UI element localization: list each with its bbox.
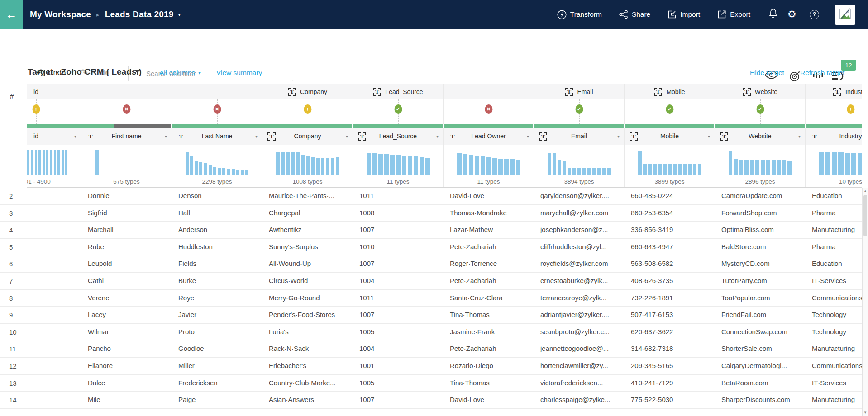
table-cell[interactable]: Rube <box>81 239 172 255</box>
breadcrumb-workspace[interactable]: My Workspace <box>30 9 91 19</box>
table-cell[interactable]: Merry-Go-Round <box>262 290 353 307</box>
target-column-header[interactable] <box>81 84 172 99</box>
table-cell[interactable]: IT·Services <box>806 273 862 289</box>
dataset-caret-icon[interactable]: ▾ <box>178 12 181 18</box>
table-cell[interactable]: 1007 <box>353 222 444 238</box>
table-cell[interactable]: 732-226-1891 <box>625 290 715 307</box>
column-menu-caret-icon[interactable]: ▾ <box>798 134 801 139</box>
column-menu-caret-icon[interactable]: ▾ <box>74 134 76 139</box>
table-cell[interactable]: Pharma <box>806 205 862 222</box>
view-summary-link[interactable]: View summary <box>216 69 262 77</box>
table-cell[interactable]: cliffrhuddleston@zyl... <box>534 239 625 255</box>
share-button[interactable]: Share <box>619 10 650 19</box>
table-cell[interactable] <box>27 375 81 392</box>
column-menu-caret-icon[interactable]: ▾ <box>708 134 710 139</box>
table-cell[interactable]: 1005 <box>353 375 444 392</box>
table-cell[interactable]: Technology <box>806 307 862 323</box>
target-column-header[interactable]: TWebsite <box>715 84 806 99</box>
table-cell[interactable]: 314-682-7318 <box>625 340 715 357</box>
target-column-header[interactable] <box>444 84 534 99</box>
table-cell[interactable]: 209-345-5165 <box>625 358 715 374</box>
column-menu-caret-icon[interactable]: ▾ <box>527 134 529 139</box>
table-cell[interactable]: Elianore <box>81 358 172 374</box>
column-histogram[interactable]: 10 types <box>806 145 862 188</box>
table-cell[interactable]: garyldenson@zylker.... <box>534 188 625 204</box>
table-row[interactable]: PanchoGoodloeRack·N·Sack1004Pete·Zachari… <box>27 340 862 358</box>
table-cell[interactable]: 775-522-5030 <box>625 392 715 408</box>
table-cell[interactable]: ShorterSale.com <box>715 340 806 357</box>
table-row[interactable]: LaceyJavierPender's·Food·Stores1007Tina·… <box>27 307 862 324</box>
table-cell[interactable]: Wilmar <box>81 324 172 340</box>
table-cell[interactable]: OptimalBliss.com <box>715 222 806 238</box>
table-cell[interactable]: Manufacturing <box>806 222 862 238</box>
all-columns-dropdown[interactable]: All columns ▾ <box>159 69 201 77</box>
table-cell[interactable]: Paige <box>172 392 262 408</box>
source-column-header[interactable]: TEmail▾ <box>534 128 625 145</box>
column-menu-caret-icon[interactable]: ▾ <box>617 134 620 139</box>
column-histogram[interactable]: 11 types <box>353 145 444 188</box>
table-cell[interactable]: Burke <box>172 273 262 289</box>
table-cell[interactable] <box>27 188 81 204</box>
scroll-down-arrow-icon[interactable]: ▼ <box>863 411 868 415</box>
table-cell[interactable]: charlesspaige@zylke... <box>534 392 625 408</box>
source-column-header[interactable]: TIndustry▾ <box>806 128 862 145</box>
table-cell[interactable]: 660-643-4947 <box>625 239 715 255</box>
mapping-status-ok-icon[interactable]: ✓ <box>575 104 583 114</box>
table-cell[interactable]: Pete·Zachariah <box>444 239 534 255</box>
column-menu-caret-icon[interactable]: ▾ <box>255 134 258 139</box>
column-menu-caret-icon[interactable]: ▾ <box>165 134 167 139</box>
table-cell[interactable]: Dulce <box>81 375 172 392</box>
mapping-status-ok-icon[interactable]: ✓ <box>394 104 402 114</box>
source-column-header[interactable]: TFirst name▾ <box>81 128 172 145</box>
column-histogram[interactable]: 2298 types <box>172 145 262 188</box>
mapping-status-warning-icon[interactable]: ! <box>32 104 40 114</box>
table-cell[interactable]: Anderson <box>172 222 262 238</box>
table-cell[interactable]: hortenciawmiller@zy... <box>534 358 625 374</box>
table-cell[interactable]: Goodloe <box>172 340 262 357</box>
mapping-status-warning-icon[interactable]: ! <box>304 104 311 114</box>
table-cell[interactable]: Education <box>806 255 862 272</box>
table-cell[interactable]: 860-253-6354 <box>625 205 715 222</box>
table-cell[interactable]: Tina·Thomas <box>444 375 534 392</box>
table-cell[interactable]: Erlebacher's <box>262 358 353 374</box>
table-cell[interactable] <box>27 392 81 408</box>
table-cell[interactable]: terrancearoye@zylk... <box>534 290 625 307</box>
table-cell[interactable]: 1004 <box>353 340 444 357</box>
table-cell[interactable]: 1001 <box>353 358 444 374</box>
column-histogram[interactable]: 1008 types <box>262 145 353 188</box>
column-histogram[interactable]: 11 types <box>444 145 534 188</box>
column-histogram[interactable]: 101 - 4900 <box>27 145 81 188</box>
column-menu-caret-icon[interactable]: ▾ <box>436 134 439 139</box>
target-column-header[interactable]: TLead_Source <box>353 84 444 99</box>
table-cell[interactable]: Javier <box>172 307 262 323</box>
column-histogram[interactable]: 3894 types <box>534 145 625 188</box>
table-cell[interactable]: Sigfrid <box>81 205 172 222</box>
table-cell[interactable]: 1007 <box>353 392 444 408</box>
table-cell[interactable]: David·Love <box>444 188 534 204</box>
source-column-header[interactable]: TMobile▾ <box>625 128 715 145</box>
table-cell[interactable] <box>27 205 81 222</box>
table-cell[interactable]: 1010 <box>353 239 444 255</box>
table-cell[interactable]: Roger·Terrence <box>444 255 534 272</box>
table-cell[interactable]: CalgaryDermatologi... <box>715 358 806 374</box>
table-cell[interactable]: Country·Club·Marke... <box>262 375 353 392</box>
back-button[interactable]: ← <box>0 0 23 29</box>
table-cell[interactable]: Donnie <box>81 188 172 204</box>
table-cell[interactable]: Leupold <box>81 255 172 272</box>
table-cell[interactable]: 1011 <box>353 188 444 204</box>
table-cell[interactable]: Communications <box>806 358 862 374</box>
notifications-button[interactable] <box>768 0 778 29</box>
table-cell[interactable]: 1005 <box>353 324 444 340</box>
table-cell[interactable]: Pete·Zachariah <box>444 273 534 289</box>
table-cell[interactable]: IT·Services <box>806 375 862 392</box>
table-cell[interactable]: Fredericksen <box>172 375 262 392</box>
table-cell[interactable]: Hall <box>172 205 262 222</box>
table-cell[interactable]: Cathi <box>81 273 172 289</box>
table-cell[interactable]: 1004 <box>353 273 444 289</box>
table-cell[interactable]: Pharma <box>806 239 862 255</box>
table-cell[interactable]: Tina·Thomas <box>444 307 534 323</box>
refresh-target-link[interactable]: Refresh target <box>800 69 844 77</box>
table-cell[interactable]: Chargepal <box>262 205 353 222</box>
table-row[interactable]: MarchallAndersonAwthentikz1007Lazar·Math… <box>27 222 862 239</box>
table-cell[interactable]: 336-856-3419 <box>625 222 715 238</box>
